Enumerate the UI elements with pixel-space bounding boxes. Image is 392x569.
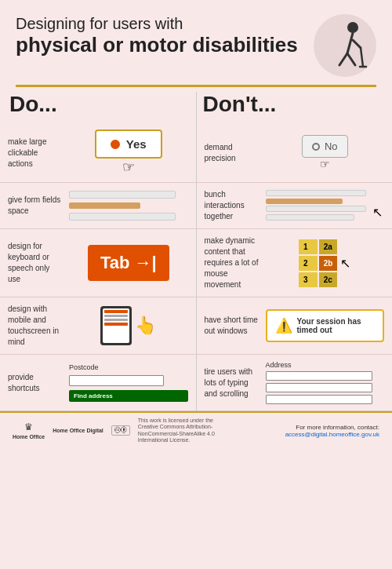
svg-line-2 [339, 53, 347, 65]
address-visual: Address [266, 361, 385, 404]
do-label-2: give form fields space [8, 195, 64, 217]
home-office-logo: ♛ Home Office [13, 421, 45, 440]
field-bar-short [69, 202, 140, 209]
address-field-2[interactable] [266, 383, 372, 392]
form-fields-dont: ↖ [266, 190, 385, 221]
cursor-hand-precision-icon: ☞ [320, 158, 330, 170]
yes-button[interactable]: Yes [95, 129, 162, 159]
tab-label: Tab [100, 253, 129, 273]
hand-point-icon: 👆 [135, 316, 156, 336]
grid-item-2b: 2b [319, 256, 338, 271]
dont-header: Don't... [203, 92, 383, 117]
field-bar-1 [69, 191, 176, 199]
row-5: provide shortcuts Postcode Find address … [0, 355, 392, 411]
crown-icon: ♛ [24, 421, 33, 432]
grid-item-3: 3 [299, 272, 318, 287]
dont-visual-3: 1 2a 2 2b 3 2c ↖ [266, 239, 385, 287]
timeout-box: ⚠️ Your session has timed out [266, 309, 385, 342]
do-cell-2: give form fields space [0, 183, 197, 228]
svg-line-1 [347, 33, 353, 53]
dont-visual-5: Address [266, 361, 385, 404]
footer-right: For more information, contact: access@di… [285, 424, 379, 438]
dont-label-1: demand precision [205, 142, 261, 164]
person-with-cane-svg [318, 18, 372, 73]
dont-cell-3: make dynamic content that requires a lot… [197, 229, 393, 297]
home-office-digital-logo: Home Office Digital [53, 428, 103, 433]
do-cell-3: design for keyboard or speech only use T… [0, 229, 197, 297]
tab-key-visual: Tab →| [88, 245, 169, 281]
svg-line-4 [353, 40, 361, 48]
svg-point-0 [347, 22, 358, 33]
home-office-label: Home Office [13, 434, 45, 440]
contact-text: For more information, contact: [285, 424, 379, 431]
svg-line-5 [361, 48, 363, 67]
row-2: give form fields space bunch interaction… [0, 183, 392, 229]
dont-visual-2: ↖ [266, 190, 385, 221]
address-label: Address [266, 361, 385, 369]
dont-cell-1: demand precision No ☞ [197, 123, 393, 182]
dont-label-5: tire users with lots of typing and scrol… [205, 367, 261, 399]
do-cell-1: make large clickable actions Yes ☞ [0, 123, 197, 182]
row-1: make large clickable actions Yes ☞ deman… [0, 123, 392, 183]
do-label-3: design for keyboard or speech only use [8, 241, 64, 285]
do-label-1: make large clickable actions [8, 137, 64, 170]
dont-visual-1: No ☞ [266, 135, 385, 170]
postcode-label: Postcode [69, 363, 188, 371]
footer-left: ♛ Home Office Home Office Digital 🅭🅯 Thi… [13, 418, 216, 444]
shortcuts-visual: Postcode Find address [69, 363, 188, 402]
mobile-visual: 👆 [100, 306, 156, 345]
contact-email[interactable]: access@digital.homeoffice.gov.uk [285, 431, 379, 438]
do-header: Do... [9, 92, 190, 117]
do-visual-1: Yes ☞ [69, 129, 188, 176]
address-field-1[interactable] [266, 371, 372, 381]
do-column-header: Do... [9, 92, 197, 123]
do-visual-5: Postcode Find address [69, 363, 188, 402]
tab-arrow-icon: →| [134, 253, 156, 273]
grid-item-2c: 2c [319, 272, 338, 287]
cursor-hand-icon: ☞ [122, 159, 135, 176]
warning-icon: ⚠️ [275, 317, 292, 334]
radio-dot-grey [312, 143, 320, 151]
postcode-input[interactable] [69, 375, 164, 386]
do-cell-5: provide shortcuts Postcode Find address [0, 355, 197, 410]
dont-label-4: have short time out windows [205, 315, 261, 337]
grid-item-2: 2 [299, 256, 318, 271]
cc-icon: 🅭🅯 [114, 427, 127, 434]
no-label: No [325, 140, 338, 152]
svg-line-3 [347, 53, 355, 65]
header-title: Designing for users with physical or mot… [16, 14, 298, 57]
dont-cell-2: bunch interactions together ↖ [197, 183, 393, 228]
dont-label-2: bunch interactions together [205, 189, 261, 222]
header-text: Designing for users with physical or mot… [16, 14, 298, 57]
do-cell-4: design with mobile and touchscreen in mi… [0, 297, 197, 354]
radio-dot [111, 140, 120, 149]
tablet-icon [100, 306, 132, 345]
dense-bar-3 [266, 214, 355, 221]
yes-label: Yes [126, 137, 147, 151]
dynamic-grid-container: 1 2a 2 2b 3 2c ↖ [299, 239, 350, 287]
tablet-line-2 [104, 315, 128, 317]
no-button: No [302, 135, 348, 158]
person-icon [314, 14, 376, 77]
field-bar-2 [69, 213, 176, 221]
row-3: design for keyboard or speech only use T… [0, 229, 392, 297]
form-fields-do [69, 191, 188, 221]
dont-label-3: make dynamic content that requires a lot… [205, 235, 261, 290]
do-visual-2 [69, 191, 188, 221]
license-text: This work is licensed under the Creative… [138, 418, 216, 444]
column-headers: Do... Don't... [0, 87, 392, 123]
tablet-screen [103, 308, 129, 343]
tablet-line-3 [104, 319, 128, 321]
dont-visual-4: ⚠️ Your session has timed out [266, 309, 385, 342]
do-label-5: provide shortcuts [8, 372, 64, 394]
row-4: design with mobile and touchscreen in mi… [0, 297, 392, 355]
grid-item-2a: 2a [319, 239, 338, 254]
cursor-arrow-icon: ↖ [372, 205, 383, 220]
grid-item-1: 1 [299, 239, 318, 254]
dont-cell-5: tire users with lots of typing and scrol… [197, 355, 393, 410]
dense-bar-orange [266, 199, 343, 204]
cc-license: 🅭🅯 [111, 425, 130, 436]
address-field-3[interactable] [266, 395, 372, 404]
find-address-button[interactable]: Find address [69, 390, 188, 402]
home-office-digital-label: Home Office Digital [53, 428, 103, 433]
